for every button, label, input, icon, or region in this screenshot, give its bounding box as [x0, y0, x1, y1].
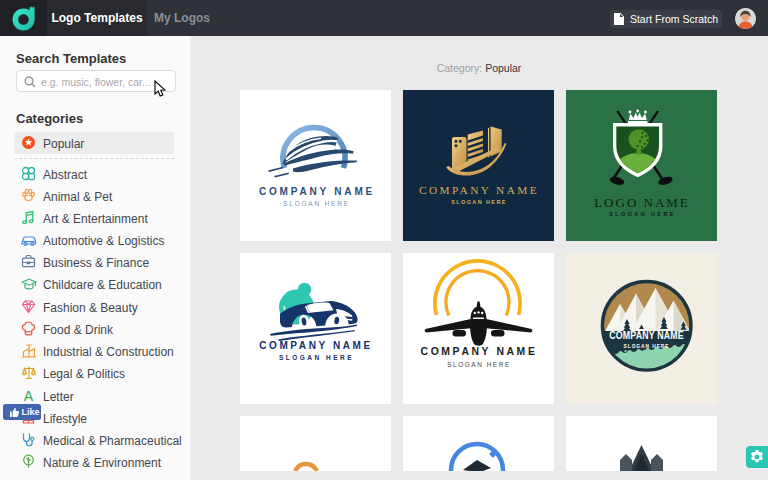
svg-text:A: A — [24, 388, 34, 403]
